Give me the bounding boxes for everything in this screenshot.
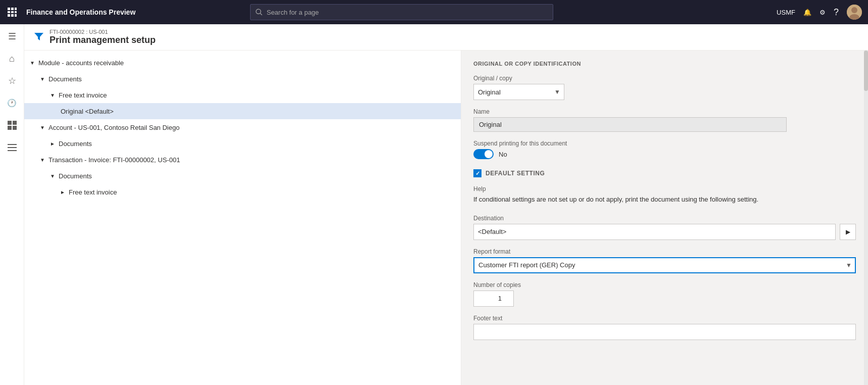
sidebar-workspaces-icon[interactable] — [2, 115, 22, 135]
subheader: FTI-00000002 : US-001 Print management s… — [24, 24, 868, 51]
notification-icon[interactable]: 🔔 — [803, 9, 811, 16]
breadcrumb-area: FTI-00000002 : US-001 Print management s… — [50, 29, 156, 45]
original-copy-dropdown-wrapper[interactable]: Original Copy ▼ — [473, 84, 564, 100]
copies-field: Number of copies — [473, 281, 856, 307]
section1-title: ORIGINAL OR COPY IDENTIFICATION — [473, 61, 856, 67]
sidebar-home-icon[interactable]: ⌂ — [2, 49, 22, 69]
suspend-toggle[interactable] — [473, 149, 494, 159]
user-label: USMF — [777, 9, 795, 16]
original-copy-select[interactable]: Original Copy — [473, 84, 564, 100]
tree-label-account: Account - US-001, Contoso Retail San Die… — [49, 124, 179, 131]
tree-item-documents1[interactable]: ▼ Documents — [24, 71, 461, 87]
sidebar-modules-icon[interactable] — [2, 137, 22, 158]
sidebar-favorites-icon[interactable]: ☆ — [2, 71, 22, 91]
section-original-copy: ORIGINAL OR COPY IDENTIFICATION Original… — [473, 61, 856, 159]
destination-label: Destination — [473, 215, 856, 222]
tree-item-documents3[interactable]: ▼ Documents — [24, 168, 461, 184]
footer-text-label: Footer text — [473, 315, 856, 322]
svg-marker-21 — [34, 33, 43, 40]
original-copy-label: Original / copy — [473, 75, 856, 82]
svg-rect-0 — [8, 8, 10, 10]
tree-label-docs2: Documents — [59, 140, 92, 148]
default-setting-checkbox-section: DEFAULT SETTING — [473, 169, 856, 177]
svg-rect-19 — [8, 147, 17, 148]
tree-item-transaction[interactable]: ▼ Transaction - Invoice: FTI-00000002, U… — [24, 152, 461, 168]
breadcrumb: FTI-00000002 : US-001 — [50, 29, 156, 35]
svg-line-10 — [261, 14, 262, 15]
svg-rect-5 — [15, 11, 17, 13]
copies-label: Number of copies — [473, 281, 856, 288]
section-default-setting: DEFAULT SETTING Help If conditional sett… — [473, 169, 856, 340]
app-title: Finance and Operations Preview — [26, 8, 135, 16]
right-panel: ORIGINAL OR COPY IDENTIFICATION Original… — [461, 51, 868, 385]
collapse-icon-freetext: ▼ — [49, 91, 57, 99]
tree-item-freetext2[interactable]: ► Free text invoice — [24, 184, 461, 200]
tree-item-original-default[interactable]: Original <Default> — [24, 103, 461, 119]
help-label: Help — [473, 185, 856, 192]
left-sidebar: ☰ ⌂ ☆ 🕐 — [0, 24, 24, 385]
svg-rect-6 — [8, 14, 10, 17]
search-icon — [256, 9, 262, 16]
suspend-field: Suspend printing for this document No — [473, 140, 856, 159]
tree-item-documents2[interactable]: ► Documents — [24, 135, 461, 152]
collapse-icon-docs3: ▼ — [49, 172, 57, 180]
destination-play-button[interactable]: ▶ — [840, 224, 856, 240]
svg-rect-16 — [8, 126, 12, 130]
report-format-field: Report format Customer FTI report (GER) … — [473, 248, 856, 273]
svg-rect-8 — [15, 14, 17, 17]
search-bar[interactable] — [250, 4, 553, 20]
default-setting-checkbox[interactable] — [473, 169, 481, 177]
tree-item-module[interactable]: ▼ Module - accounts receivable — [24, 55, 461, 71]
topbar-right: USMF 🔔 ⚙ ? — [777, 5, 862, 20]
tree-item-freetext[interactable]: ▼ Free text invoice — [24, 87, 461, 103]
svg-rect-3 — [8, 11, 10, 13]
collapse-icon-transaction: ▼ — [38, 156, 46, 164]
toggle-knob — [485, 150, 493, 158]
report-format-label: Report format — [473, 248, 856, 255]
avatar[interactable] — [847, 5, 862, 20]
destination-input[interactable] — [473, 224, 836, 240]
svg-rect-14 — [8, 121, 12, 125]
destination-row: ▶ — [473, 224, 856, 240]
expand-icon-freetext2: ► — [59, 188, 67, 196]
svg-rect-4 — [11, 11, 14, 13]
tree-label-freetext2: Free text invoice — [69, 188, 117, 196]
search-input[interactable] — [267, 9, 548, 16]
tree-label-transaction: Transaction - Invoice: FTI-00000002, US-… — [49, 156, 180, 164]
default-setting-label: DEFAULT SETTING — [486, 170, 545, 177]
destination-field: Destination ▶ — [473, 215, 856, 240]
scrollbar-track — [864, 51, 868, 385]
svg-point-9 — [256, 9, 261, 14]
sidebar-hamburger-icon[interactable]: ☰ — [2, 26, 22, 46]
footer-text-input[interactable] — [473, 324, 856, 340]
svg-rect-17 — [13, 126, 17, 130]
tree-item-account[interactable]: ▼ Account - US-001, Contoso Retail San D… — [24, 119, 461, 135]
suspend-toggle-row: No — [473, 149, 856, 159]
help-field: Help If conditional settings are not set… — [473, 185, 856, 205]
filter-icon[interactable] — [34, 32, 43, 43]
help-icon[interactable]: ? — [834, 7, 839, 18]
play-icon: ▶ — [846, 228, 850, 235]
name-label: Name — [473, 108, 856, 115]
tree-label-freetext: Free text invoice — [59, 91, 107, 99]
settings-icon[interactable]: ⚙ — [819, 9, 826, 16]
svg-rect-15 — [13, 121, 17, 125]
svg-rect-18 — [8, 144, 17, 145]
name-value: Original — [473, 117, 787, 132]
report-format-dropdown-wrapper[interactable]: Customer FTI report (GER) Copy Customer … — [473, 257, 856, 273]
footer-text-field: Footer text — [473, 315, 856, 340]
suspend-value: No — [499, 151, 507, 158]
svg-rect-20 — [8, 150, 17, 151]
grid-icon[interactable] — [6, 6, 18, 18]
name-field: Name Original — [473, 108, 856, 132]
expand-icon-docs2: ► — [49, 139, 57, 148]
tree-panel: ▼ Module - accounts receivable ▼ Documen… — [24, 51, 461, 385]
scrollbar-thumb[interactable] — [864, 51, 868, 91]
sidebar-recent-icon[interactable]: 🕐 — [2, 93, 22, 113]
copies-input[interactable] — [473, 291, 514, 307]
help-text: If conditional settings are not set up o… — [473, 195, 856, 205]
collapse-icon-docs1: ▼ — [38, 75, 46, 83]
suspend-label: Suspend printing for this document — [473, 140, 856, 147]
report-format-select[interactable]: Customer FTI report (GER) Copy Customer … — [473, 257, 856, 273]
collapse-icon-module: ▼ — [28, 59, 36, 67]
